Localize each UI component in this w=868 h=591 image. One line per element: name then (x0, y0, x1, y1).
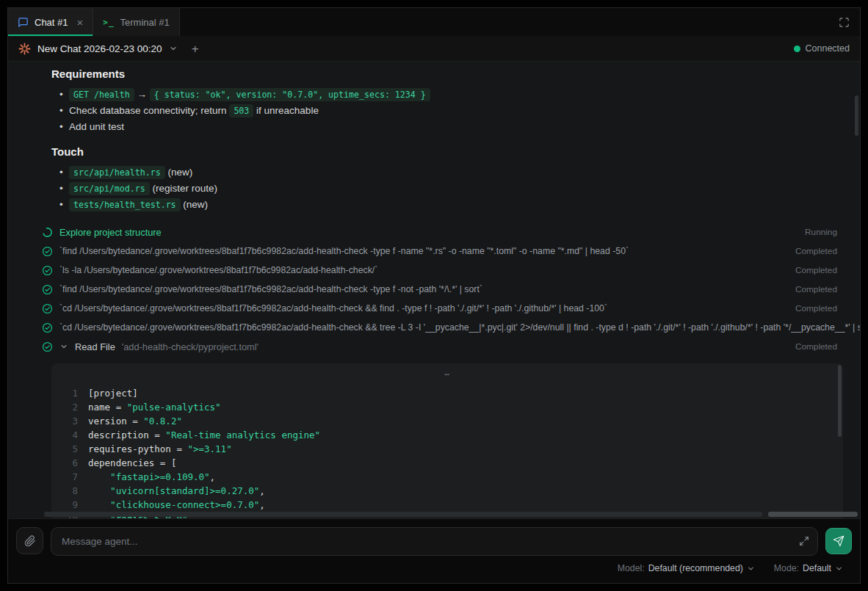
bullet-item: GET /health → { status: "ok", version: "… (59, 87, 845, 103)
model-label: Model: (618, 563, 645, 573)
tool-row[interactable]: `ls -la /Users/bytedance/.grove/worktree… (42, 261, 860, 280)
model-selector[interactable]: Model: Default (recommended) (618, 563, 755, 573)
connected-dot-icon (794, 46, 800, 52)
line-content: version = "0.8.2" (88, 414, 182, 428)
bullet-list: src/api/health.rs (new)src/api/mod.rs (r… (51, 164, 845, 213)
bullet-item: src/api/mod.rs (register route) (59, 181, 845, 197)
line-content: "fastapi>=0.109.0", (88, 470, 215, 484)
code-block[interactable]: … 1[project]2name = "pulse-analytics"3ve… (51, 363, 843, 518)
text-run: Add unit test (69, 121, 124, 132)
tool-row[interactable]: `find /Users/bytedance/.grove/worktrees/… (42, 280, 860, 299)
section-heading: Touch (51, 145, 845, 158)
hscroll-thumb[interactable] (44, 512, 762, 517)
section-heading: Requirements (51, 68, 845, 80)
command-text: `cd /Users/bytedance/.grove/worktrees/8b… (59, 303, 789, 313)
line-content: "uvicorn[standard]>=0.27.0", (88, 484, 265, 498)
code-line: 9 "clickhouse-connect>=0.7.0", (51, 498, 843, 512)
line-content: name = "pulse-analytics" (88, 400, 221, 414)
tool-row[interactable]: Read File'add-health-check/pyproject.tom… (42, 337, 860, 356)
line-number: 6 (51, 456, 88, 470)
code-expand-handle[interactable]: … (51, 366, 843, 380)
inline-code: 503 (229, 104, 253, 117)
content-scrollbar-thumb[interactable] (855, 95, 858, 136)
line-number: 4 (51, 428, 88, 442)
starburst-icon (18, 43, 31, 55)
spinner-icon (42, 227, 53, 238)
text-run: if unreachable (253, 105, 319, 116)
chevron-down-icon (169, 44, 178, 53)
send-button[interactable] (825, 528, 852, 554)
code-line: 8 "uvicorn[standard]>=0.27.0", (51, 484, 843, 498)
file-path: 'add-health-check/pyproject.toml' (122, 341, 258, 352)
command-text: `find /Users/bytedance/.grove/worktrees/… (59, 246, 789, 256)
tab-label: Chat #1 (35, 17, 68, 28)
tool-row[interactable]: `cd /Users/bytedance/.grove/worktrees/8b… (42, 318, 860, 337)
connection-label: Connected (806, 43, 850, 54)
tab-bar: Chat #1 × >_ Terminal #1 (8, 8, 860, 36)
tab-chat[interactable]: Chat #1 × (8, 8, 93, 36)
bullet-item: tests/health_test.rs (new) (59, 197, 845, 213)
composer-row (16, 527, 852, 556)
bullet-item: src/api/health.rs (new) (59, 164, 845, 181)
chat-content[interactable]: RequirementsGET /health → { status: "ok"… (8, 62, 860, 518)
bullet-item: Add unit test (59, 119, 845, 135)
check-circle-icon (42, 265, 53, 276)
status-label: Completed (795, 265, 860, 275)
code-line: 7 "fastapi>=0.109.0", (51, 470, 843, 484)
tool-row[interactable]: Explore project structureRunning (42, 222, 860, 242)
tool-row[interactable]: `cd /Users/bytedance/.grove/worktrees/8b… (42, 299, 860, 318)
line-number: 7 (51, 470, 88, 484)
code-line: 6dependencies = [ (51, 456, 843, 470)
line-number: 3 (51, 414, 88, 428)
line-content: [project] (88, 386, 138, 400)
fullscreen-icon (839, 17, 850, 28)
line-number: 2 (51, 400, 88, 414)
inline-code: { status: "ok", version: "0.7.0", uptime… (150, 88, 430, 101)
check-circle-icon (42, 284, 53, 295)
composer-options: Model: Default (recommended) Mode: Defau… (16, 563, 852, 573)
line-content: dependencies = [ (88, 456, 176, 470)
tool-row[interactable]: `find /Users/bytedance/.grove/worktrees/… (42, 242, 860, 261)
message-input[interactable] (51, 527, 818, 556)
attach-button[interactable] (16, 527, 43, 554)
code-line: 3version = "0.8.2" (51, 414, 843, 428)
fullscreen-button[interactable] (828, 8, 860, 36)
text-run: Check database connectivity; return (69, 105, 229, 116)
close-icon[interactable]: × (77, 17, 84, 28)
line-number: 8 (51, 484, 88, 498)
mode-value: Default (803, 563, 831, 573)
inline-code: GET /health (69, 88, 134, 101)
status-label: Completed (795, 303, 860, 313)
command-text: `ls -la /Users/bytedance/.grove/worktree… (59, 265, 789, 275)
app-window: Chat #1 × >_ Terminal #1 New Chat 2026-0… (7, 7, 861, 584)
chat-title-dropdown[interactable] (169, 44, 178, 53)
check-circle-icon (42, 246, 53, 257)
expand-icon (799, 536, 809, 546)
horizontal-scrollbar[interactable] (44, 512, 858, 517)
status-label: Running (805, 227, 860, 237)
status-label: Completed (795, 284, 860, 294)
text-run: (new) (181, 199, 209, 210)
check-circle-icon (42, 303, 53, 314)
hscroll-thumb-end[interactable] (768, 512, 858, 517)
code-lines: 1[project]2name = "pulse-analytics"3vers… (51, 386, 843, 518)
chat-bubble-icon (18, 17, 29, 28)
bullet-list: GET /health → { status: "ok", version: "… (51, 87, 845, 135)
paperclip-icon (24, 535, 36, 547)
mode-selector[interactable]: Mode: Default (774, 563, 843, 573)
composer: Model: Default (recommended) Mode: Defau… (8, 518, 860, 583)
message-sections: RequirementsGET /health → { status: "ok"… (51, 68, 845, 213)
inline-code: src/api/health.rs (69, 166, 165, 179)
code-scrollbar-thumb[interactable] (838, 365, 842, 437)
task-label: Explore project structure (59, 227, 162, 238)
command-text: `find /Users/bytedance/.grove/worktrees/… (59, 284, 789, 294)
tab-terminal[interactable]: >_ Terminal #1 (93, 8, 179, 36)
expand-input-button[interactable] (799, 536, 809, 546)
code-line: 1[project] (51, 386, 843, 400)
send-icon (833, 535, 845, 547)
new-chat-button[interactable]: + (192, 43, 199, 55)
chevron-down-icon[interactable] (59, 342, 68, 351)
inline-code: src/api/mod.rs (69, 182, 150, 195)
chat-title: New Chat 2026-02-23 00:20 (37, 43, 162, 54)
chat-header: New Chat 2026-02-23 00:20 + Connected (8, 36, 860, 62)
